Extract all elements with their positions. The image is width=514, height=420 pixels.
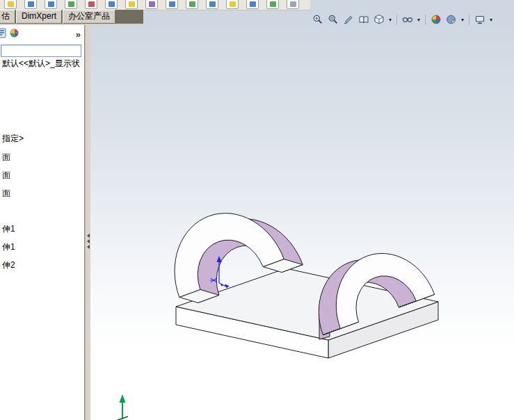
application-window: 估 DimXpert 办公室产品 ▾ ▾ ▾ — [0, 0, 514, 420]
standard-toolbar — [0, 0, 310, 10]
tab-evaluate[interactable]: 估 — [0, 10, 15, 24]
tree-item-extrude[interactable]: 伸2 — [2, 260, 15, 270]
toolbar-separator — [425, 15, 426, 25]
toolbar-icon[interactable] — [45, 0, 57, 9]
splitter-collapse-grip[interactable] — [86, 234, 90, 249]
featuremanager-panel: » 默认<<默认>_显示状 指定> 面 面 面 伸1 伸1 伸2 — [0, 25, 85, 420]
tree-item-plane[interactable]: 面 — [2, 170, 10, 180]
collapse-arrow-icon — [87, 245, 90, 249]
collapse-arrow-icon — [87, 234, 90, 238]
zoom-to-fit-icon[interactable] — [311, 13, 325, 26]
toolbar-icon[interactable] — [246, 0, 259, 9]
edit-appearance-icon[interactable] — [429, 13, 443, 26]
collapse-arrow-icon — [87, 239, 90, 243]
toolbar-icon[interactable] — [266, 0, 279, 9]
heads-up-view-toolbar: ▾ ▾ ▾ ▾ — [311, 12, 494, 27]
tab-evaluate-label: 估 — [1, 11, 10, 21]
apply-scene-dropdown-icon[interactable]: ▾ — [460, 17, 465, 23]
section-view-icon[interactable] — [342, 13, 355, 26]
apply-scene-icon[interactable] — [444, 13, 458, 26]
toolbar-icon[interactable] — [206, 0, 218, 9]
orientation-triad — [118, 394, 128, 420]
tab-office-products-label: 办公室产品 — [68, 11, 110, 21]
toolbar-icon[interactable] — [4, 0, 17, 9]
commandmanager-tab-bar: 估 DimXpert 办公室产品 — [0, 10, 143, 24]
tree-item-plane[interactable]: 面 — [2, 152, 10, 162]
toolbar-icon[interactable] — [226, 0, 239, 9]
toolbar-icon[interactable] — [85, 0, 97, 9]
toolbar-icon[interactable] — [105, 0, 118, 9]
tab-dimxpert[interactable]: DimXpert — [16, 10, 62, 24]
view-settings-icon[interactable] — [473, 13, 487, 26]
toolbar-icon[interactable] — [24, 0, 37, 9]
standard-toolbar-icons — [0, 0, 310, 9]
tree-item-display-state[interactable]: 默认<<默认>_显示状 — [2, 58, 80, 68]
toolbar-icon[interactable] — [186, 0, 198, 9]
hide-show-items-icon[interactable] — [401, 13, 415, 26]
zoom-to-area-icon[interactable] — [326, 13, 340, 26]
view-orientation-icon[interactable] — [357, 13, 371, 26]
tree-item-extrude[interactable]: 伸1 — [2, 224, 15, 234]
graphics-area[interactable] — [90, 25, 514, 420]
tree-item-material[interactable]: 指定> — [2, 134, 24, 143]
tab-dimxpert-label: DimXpert — [22, 11, 56, 21]
toolbar-icon[interactable] — [287, 0, 299, 9]
feature-tree: 默认<<默认>_显示状 指定> 面 面 面 伸1 伸1 伸2 — [0, 25, 84, 420]
toolbar-icon[interactable] — [125, 0, 138, 9]
display-style-icon[interactable] — [372, 13, 386, 26]
view-settings-dropdown-icon[interactable]: ▾ — [488, 17, 494, 23]
tab-office-products[interactable]: 办公室产品 — [63, 10, 115, 24]
toolbar-icon[interactable] — [166, 0, 178, 9]
toolbar-icon[interactable] — [65, 0, 77, 9]
panel-splitter[interactable] — [85, 25, 90, 420]
tree-item-plane[interactable]: 面 — [2, 188, 10, 198]
hide-show-items-dropdown-icon[interactable]: ▾ — [416, 17, 421, 23]
toolbar-separator — [396, 15, 397, 25]
tree-item-extrude[interactable]: 伸1 — [2, 242, 15, 252]
toolbar-icon[interactable] — [145, 0, 158, 9]
model-canvas[interactable] — [90, 25, 514, 420]
display-style-dropdown-icon[interactable]: ▾ — [387, 17, 393, 23]
toolbar-separator — [469, 15, 469, 25]
